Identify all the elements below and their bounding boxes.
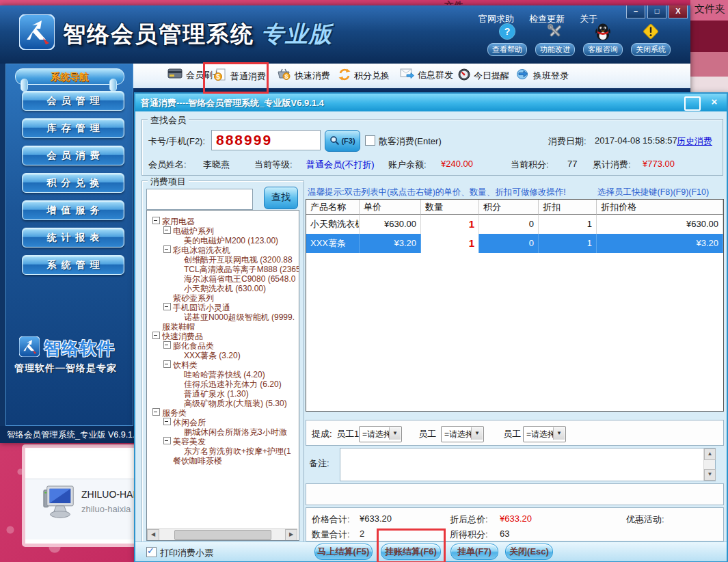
computer-icon[interactable] (42, 485, 77, 524)
sidebar-item-增值服务[interactable]: 增值服务 (22, 200, 124, 220)
qty-total-label: 数量合计: (312, 528, 350, 541)
cell-单价[interactable]: ¥3.20 (360, 234, 421, 253)
warning-icon (642, 22, 660, 41)
balance-value: ¥240.00 (441, 159, 473, 169)
tree-collapse-icon[interactable] (163, 437, 171, 444)
sidebar-item-库存管理[interactable]: 库存管理 (22, 118, 124, 138)
footer-button-挂单(F7)[interactable]: 挂单(F7) (450, 544, 498, 560)
scroll-up-icon[interactable]: ▲ (704, 449, 716, 460)
sidebar-item-会员管理[interactable]: 会员管理 (22, 91, 124, 111)
band-pink: 文件夹 (690, 0, 728, 21)
member-search-button[interactable]: (F3) (325, 130, 360, 152)
total-label: 累计消费: (593, 159, 631, 171)
scroll-down-icon[interactable]: ▼ (704, 469, 716, 481)
column-header-折扣[interactable]: 折扣 (539, 200, 597, 215)
cell-折扣[interactable]: 1 (539, 234, 597, 253)
toolbar-item-快速消费[interactable]: $快速消费 (277, 68, 330, 83)
close-button[interactable]: X (669, 5, 688, 18)
toolbar-item-信息群发[interactable]: 信息群发 (400, 68, 453, 82)
tree-collapse-icon[interactable] (163, 360, 171, 368)
quick-button-客服咨询[interactable]: 客服咨询 (582, 22, 623, 56)
tree-collapse-icon[interactable] (163, 226, 171, 234)
cell-折扣[interactable]: 1 (539, 215, 597, 234)
cell-单价[interactable]: ¥630.00 (360, 215, 421, 234)
walkin-label: 散客消费(Enter) (379, 135, 442, 148)
card-label: 卡号/手机(F2): (148, 135, 205, 148)
dialog-close-button[interactable]: × (707, 96, 721, 108)
banner-peg (109, 79, 117, 92)
employee-select-1[interactable]: =请选择=▼ (359, 426, 402, 442)
remark-scrollbar[interactable]: ▲ ▼ (703, 449, 715, 481)
product-tree: 家用电器电磁炉系列美的电磁炉M200 (123.00)彩电冰箱洗衣机创维酷开互联… (146, 210, 299, 541)
sidebar-item-系统管理[interactable]: 系统管理 (22, 255, 124, 275)
tree-collapse-icon[interactable] (152, 217, 160, 224)
chevron-down-icon[interactable]: ▼ (471, 427, 483, 440)
cell-折扣价格[interactable]: ¥3.20 (597, 234, 723, 253)
cell-数量[interactable]: 1 (421, 215, 479, 234)
cell-产品名称[interactable]: 小天鹅洗衣机 (306, 215, 360, 234)
band-light (690, 77, 728, 92)
sidebar-item-会员消费[interactable]: 会员消费 (22, 146, 124, 165)
cell-积分[interactable]: 0 (479, 215, 539, 234)
quick-button-关闭系统[interactable]: 关闭系统 (630, 22, 671, 56)
tree-collapse-icon[interactable] (163, 418, 171, 425)
zhiluo-tagline: 管理软件—智络是专家 (14, 362, 117, 375)
minimize-button[interactable]: – (626, 5, 645, 18)
footer-button-关闭(Esc)[interactable]: 关闭(Esc) (505, 544, 553, 560)
sidebar-item-积分兑换[interactable]: 积分兑换 (22, 173, 124, 193)
svg-text:$: $ (284, 73, 288, 80)
toolbar-item-积分兑换[interactable]: 积分兑换 (338, 68, 390, 83)
card-number-input[interactable] (211, 130, 321, 150)
employee-label: 员工 (418, 428, 436, 440)
points-label: 当前积分: (511, 159, 549, 171)
totals-panel: 价格合计: ¥633.20 折后总价: ¥633.20 优惠活动: 数量合计: … (306, 507, 724, 541)
column-header-产品名称[interactable]: 产品名称 (306, 200, 360, 215)
promo-label: 优惠活动: (626, 513, 664, 526)
scroll-left-icon[interactable]: ◀ (147, 529, 159, 541)
tree-collapse-icon[interactable] (163, 245, 171, 253)
window-controls: –□X (626, 5, 688, 18)
tree-collapse-icon[interactable] (163, 341, 171, 349)
employee-select-2[interactable]: =请选择=▼ (441, 426, 484, 442)
computer-name[interactable]: ZHILUO-HAIX (81, 489, 142, 500)
tree-collapse-icon[interactable] (163, 303, 171, 310)
maximize-button[interactable]: □ (647, 5, 666, 18)
qq-icon (594, 22, 612, 41)
scroll-thumb[interactable] (174, 530, 271, 540)
column-header-积分[interactable]: 积分 (479, 200, 539, 215)
chevron-down-icon[interactable]: ▼ (389, 427, 401, 440)
item-find-button[interactable]: 查找 (264, 187, 298, 209)
item-search-input[interactable] (146, 189, 253, 210)
tree-horizontal-scrollbar[interactable]: ◀ ▶ (147, 528, 297, 540)
tree-collapse-icon[interactable] (152, 332, 160, 339)
cell-积分[interactable]: 0 (479, 234, 539, 253)
tree-item-label: 诺基亚N000超级智能机 (9999. (184, 312, 295, 323)
band-dark-red (690, 21, 728, 52)
cell-折扣价格[interactable]: ¥630.00 (597, 215, 723, 234)
column-header-折扣价格[interactable]: 折扣价格 (597, 200, 723, 215)
cell-产品名称[interactable]: XXX薯条 (306, 234, 360, 253)
walkin-checkbox[interactable] (365, 135, 375, 146)
column-header-单价[interactable]: 单价 (360, 200, 421, 215)
remark-textarea[interactable]: ▲ ▼ (340, 448, 716, 481)
column-header-数量[interactable]: 数量 (421, 200, 479, 215)
employee-select-3[interactable]: =请选择=▼ (523, 426, 566, 442)
scroll-right-icon[interactable]: ▶ (285, 529, 297, 541)
tree-item-label: 餐饮咖啡茶楼 (173, 455, 222, 467)
dialog-title-bar[interactable]: 普通消费----智络会员管理系统_专业版V6.9.1.4 × (135, 94, 727, 111)
tree-collapse-icon[interactable] (152, 408, 160, 416)
chevron-down-icon[interactable]: ▼ (553, 427, 565, 440)
print-receipt-checkbox[interactable]: ✓ (146, 547, 157, 557)
quick-button-功能改进[interactable]: 功能改进 (535, 22, 576, 56)
dialog-maximize-button[interactable] (684, 96, 701, 111)
toolbar-item-label: 今日提醒 (474, 70, 509, 82)
sidebar-item-统计报表[interactable]: 统计报表 (22, 228, 124, 247)
quick-button-查看帮助[interactable]: ?查看帮助 (487, 22, 528, 56)
cell-数量[interactable]: 1 (421, 234, 479, 253)
toolbar-item-今日提醒[interactable]: 今日提醒 (458, 68, 509, 83)
history-link[interactable]: 历史消费 (677, 135, 712, 148)
sale-items-table[interactable]: 产品名称单价数量积分折扣折扣价格小天鹅洗衣机¥630.00101¥630.00X… (306, 199, 724, 412)
price-total-value: ¥633.20 (360, 513, 392, 524)
toolbar-item-换班登录[interactable]: 换班登录 (516, 68, 569, 83)
footer-button-马上结算(F5)[interactable]: 马上结算(F5) (314, 544, 373, 560)
